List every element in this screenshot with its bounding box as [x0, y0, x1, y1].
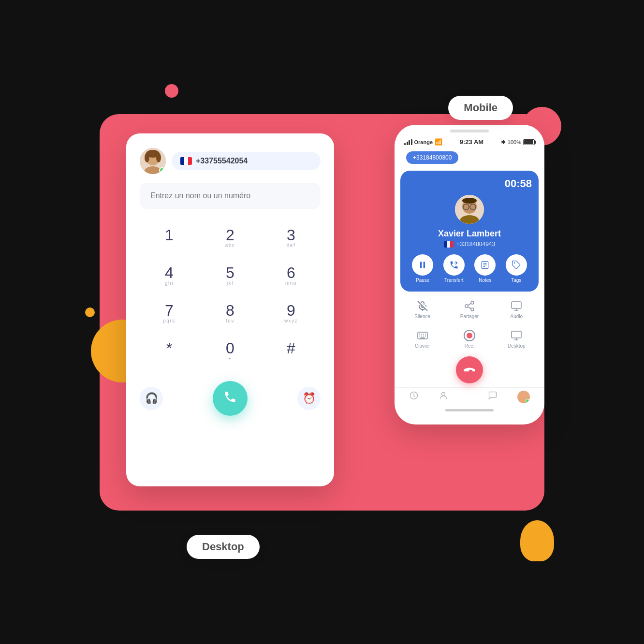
desktop-share-button[interactable]: Desktop [495, 326, 539, 352]
record-label: Rec. [465, 343, 475, 349]
svg-line-25 [468, 304, 471, 306]
desktop-bottom-bar: 🎧 ⏰ [140, 381, 321, 416]
svg-rect-13 [420, 262, 422, 268]
svg-point-5 [156, 153, 161, 162]
battery-fill [524, 140, 533, 144]
dial-key-sub: abc [225, 243, 235, 249]
tags-icon-circle [506, 254, 527, 276]
dial-key-sub: + [228, 356, 232, 363]
silence-label: Silence [414, 314, 430, 319]
end-call-button[interactable] [456, 356, 483, 383]
record-button[interactable]: Rec. [447, 326, 491, 352]
active-call-chip: +33184800800 [406, 151, 458, 164]
nav-history[interactable] [409, 391, 419, 403]
dial-key-number: 5 [226, 265, 234, 280]
status-dot-online [159, 167, 165, 173]
dial-key-7[interactable]: 7 pqrs [140, 296, 199, 332]
tags-button[interactable]: Tags [506, 254, 527, 283]
dial-key-2[interactable]: 2 abc [201, 220, 260, 256]
share-button[interactable]: Partager [447, 296, 491, 323]
dial-key-3[interactable]: 3 def [262, 220, 321, 256]
dial-key-0[interactable]: 0 + [201, 334, 260, 369]
svg-point-19 [513, 263, 515, 264]
nav-profile[interactable] [517, 391, 530, 403]
pause-label: Pause [416, 278, 429, 283]
dial-key-sub: tuv [226, 318, 234, 325]
snooze-icon: ⏰ [303, 392, 316, 405]
search-input[interactable] [140, 183, 321, 209]
headset-button[interactable]: 🎧 [140, 387, 163, 410]
end-call-area [395, 356, 544, 383]
blue-call-panel: 00:58 Xavier Lambert [400, 171, 539, 292]
record-dot [467, 333, 472, 338]
dial-key-number: 1 [165, 227, 174, 243]
dial-key-8[interactable]: 8 tuv [201, 296, 260, 332]
transfert-icon-circle [443, 254, 465, 276]
dial-key-number: 0 [226, 340, 234, 356]
message-icon [488, 391, 498, 400]
tags-label: Tags [511, 278, 521, 283]
nav-avatar [517, 391, 530, 403]
dial-key-4[interactable]: 4 ghi [140, 258, 199, 294]
dial-key-number: * [166, 340, 172, 356]
share-icon [464, 300, 475, 312]
dial-key-number: 4 [165, 265, 174, 280]
dial-key-1[interactable]: 1 [140, 220, 199, 256]
transfert-button[interactable]: Transfert [443, 254, 465, 283]
dial-key-5[interactable]: 5 jkl [201, 258, 260, 294]
dial-key-6[interactable]: 6 mno [262, 258, 321, 294]
silence-button[interactable]: Silence [400, 296, 444, 323]
caller-name: Xavier Lambert [407, 229, 532, 239]
nav-messages[interactable] [488, 391, 498, 403]
dial-key-#[interactable]: # [262, 334, 321, 369]
notes-button[interactable]: Notes [474, 254, 496, 283]
svg-point-21 [471, 301, 474, 304]
svg-rect-26 [512, 302, 521, 308]
nav-status-dot [526, 399, 529, 403]
secondary-actions-grid: Silence Partager A [400, 296, 539, 352]
keyboard-button[interactable]: Clavier [400, 326, 444, 352]
wifi-icon: 📶 [435, 138, 442, 146]
caller-phone: +33184804943 [456, 241, 495, 248]
audio-icon [511, 300, 522, 312]
avatar [140, 148, 166, 174]
audio-button[interactable]: Audio [495, 296, 539, 323]
record-icon [464, 330, 475, 341]
dial-key-*[interactable]: * [140, 334, 199, 369]
call-timer: 00:58 [407, 177, 532, 190]
dial-key-sub: wxyz [284, 318, 298, 325]
statusbar: Orange 📶 9:23 AM ✱ 100% [395, 125, 544, 149]
mobile-label: Mobile [448, 96, 513, 120]
dial-key-number: 7 [165, 303, 174, 318]
audio-label: Audio [511, 314, 523, 319]
phone-number: +33755542054 [196, 157, 248, 165]
statusbar-right: ✱ 100% [501, 139, 535, 146]
signal-bars [404, 139, 412, 145]
svg-point-9 [462, 198, 477, 204]
scene: Mobile Desktop [56, 56, 588, 588]
signal-bar-4 [411, 139, 412, 145]
signal-bar-3 [409, 140, 410, 145]
pause-icon-circle [412, 254, 433, 276]
keyboard-label: Clavier [415, 343, 430, 349]
carrier-name: Orange [414, 139, 433, 145]
pause-button[interactable]: Pause [412, 254, 433, 283]
dial-key-number: # [287, 340, 295, 356]
dialpad: 1 2 abc 3 def 4 ghi 5 jkl 6 mno 7 pqrs 8… [140, 220, 321, 369]
svg-rect-39 [512, 331, 521, 338]
notes-icon-circle [474, 254, 496, 276]
dial-key-9[interactable]: 9 wxyz [262, 296, 321, 332]
headset-icon: 🎧 [145, 392, 158, 405]
decorative-blob-orange-right [520, 520, 554, 561]
snooze-button[interactable]: ⏰ [297, 387, 321, 410]
transfert-label: Transfert [444, 278, 464, 283]
decorative-dot-red-top [165, 84, 178, 98]
clock-icon [409, 391, 419, 400]
nav-contacts[interactable] [439, 391, 448, 403]
dial-key-number: 3 [287, 227, 295, 243]
signal-bar-2 [407, 142, 408, 145]
desktop-header: +33755542054 [140, 148, 321, 174]
mobile-phone-frame: Orange 📶 9:23 AM ✱ 100% +33184800800 00:… [395, 125, 544, 424]
statusbar-time: 9:23 AM [460, 138, 483, 146]
call-button[interactable] [213, 381, 248, 416]
